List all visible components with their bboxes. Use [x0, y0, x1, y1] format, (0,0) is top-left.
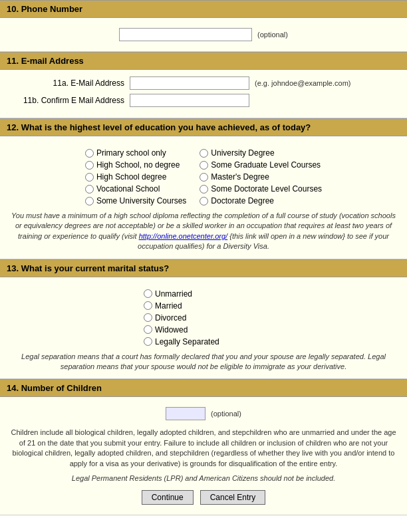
edu-option-8[interactable]: Some Doctorate Level Courses	[200, 184, 322, 194]
email-a-input[interactable]	[130, 76, 249, 90]
section11-header: 11. E-mail Address	[0, 52, 407, 70]
section10-header: 10. Phone Number	[0, 0, 407, 18]
email-a-label: 11a. E-Mail Address	[10, 78, 130, 88]
marital-label-4: Legally Separated	[155, 337, 219, 346]
marital-label-3: Widowed	[155, 325, 188, 334]
education-col-left: Primary school only High School, no degr…	[85, 148, 186, 205]
marital-option-0[interactable]: Unmarried	[144, 289, 192, 299]
edu-label-1: High School, no degree	[96, 160, 180, 170]
cancel-button[interactable]: Cancel Entry	[200, 490, 266, 505]
marital-note: Legal separation means that a court has …	[10, 352, 397, 372]
onet-link[interactable]: http://online.onetcenter.org/	[139, 232, 228, 240]
section10-body: (optional)	[0, 18, 407, 52]
edu-label-9: Doctorate Degree	[211, 196, 274, 205]
education-notice: You must have a minimum of a high school…	[10, 211, 397, 252]
edu-option-2[interactable]: High School degree	[85, 172, 186, 182]
edu-radio-6[interactable]	[200, 161, 208, 170]
edu-radio-4[interactable]	[85, 197, 94, 205]
edu-option-9[interactable]: Doctorate Degree	[200, 196, 322, 205]
marital-option-2[interactable]: Divorced	[144, 313, 186, 323]
marital-radio-0[interactable]	[144, 289, 152, 298]
edu-radio-0[interactable]	[85, 149, 94, 158]
edu-option-7[interactable]: Master's Degree	[200, 172, 322, 182]
marital-radio-3[interactable]	[144, 325, 152, 334]
marital-radio-1[interactable]	[144, 301, 152, 310]
education-col-right: University Degree Some Graduate Level Co…	[200, 148, 322, 205]
edu-label-6: Some Graduate Level Courses	[211, 160, 321, 170]
marital-option-4[interactable]: Legally Separated	[144, 337, 219, 346]
edu-radio-5[interactable]	[200, 149, 208, 158]
edu-label-3: Vocational School	[96, 184, 160, 194]
edu-label-4: Some University Courses	[96, 196, 186, 205]
marital-radio-2[interactable]	[144, 313, 152, 322]
button-row: Continue Cancel Entry	[10, 490, 397, 508]
marital-option-1[interactable]: Married	[144, 301, 182, 311]
edu-option-1[interactable]: High School, no degree	[85, 160, 186, 170]
section12-header: 12. What is the highest level of educati…	[0, 118, 407, 136]
edu-label-7: Master's Degree	[211, 172, 269, 182]
edu-radio-7[interactable]	[200, 173, 208, 182]
edu-radio-9[interactable]	[200, 197, 208, 205]
edu-option-4[interactable]: Some University Courses	[85, 196, 186, 205]
marital-option-3[interactable]: Widowed	[144, 325, 188, 334]
children-optional-label: (optional)	[211, 410, 241, 418]
lpr-notice: Legal Permanent Residents (LPR) and Amer…	[10, 474, 397, 482]
marital-label-1: Married	[155, 301, 182, 311]
email-hint: (e.g. johndoe@example.com)	[255, 79, 350, 87]
section13-body: Unmarried Married Divorced Widowed Legal…	[0, 277, 407, 380]
marital-options: Unmarried Married Divorced Widowed Legal…	[144, 289, 263, 346]
continue-button[interactable]: Continue	[142, 490, 194, 505]
section13-header: 13. What is your current marital status?	[0, 259, 407, 277]
phone-optional-label: (optional)	[257, 31, 288, 39]
email-b-input[interactable]	[130, 94, 249, 107]
edu-label-8: Some Doctorate Level Courses	[211, 184, 322, 194]
marital-label-2: Divorced	[155, 313, 186, 323]
phone-input[interactable]	[119, 28, 252, 41]
edu-option-5[interactable]: University Degree	[200, 148, 322, 158]
edu-label-5: University Degree	[211, 148, 274, 158]
edu-option-3[interactable]: Vocational School	[85, 184, 186, 194]
edu-label-0: Primary school only	[96, 148, 166, 158]
edu-radio-8[interactable]	[200, 185, 208, 194]
marital-radio-4[interactable]	[144, 337, 152, 346]
children-notice: Children include all biological children…	[10, 428, 397, 469]
email-b-label: 11b. Confirm E Mail Address	[10, 96, 130, 105]
marital-label-0: Unmarried	[155, 289, 192, 299]
edu-radio-3[interactable]	[85, 185, 94, 194]
edu-option-6[interactable]: Some Graduate Level Courses	[200, 160, 322, 170]
edu-radio-1[interactable]	[85, 161, 94, 170]
section14-header: 14. Number of Children	[0, 379, 407, 397]
section11-body: 11a. E-Mail Address (e.g. johndoe@exampl…	[0, 70, 407, 118]
education-options: Primary school only High School, no degr…	[10, 148, 397, 205]
edu-label-2: High School degree	[96, 172, 166, 182]
children-input[interactable]	[166, 407, 205, 420]
section12-body: Primary school only High School, no degr…	[0, 136, 407, 259]
edu-radio-2[interactable]	[85, 173, 94, 182]
section14-body: (optional) Children include all biologic…	[0, 397, 407, 515]
edu-option-0[interactable]: Primary school only	[85, 148, 186, 158]
